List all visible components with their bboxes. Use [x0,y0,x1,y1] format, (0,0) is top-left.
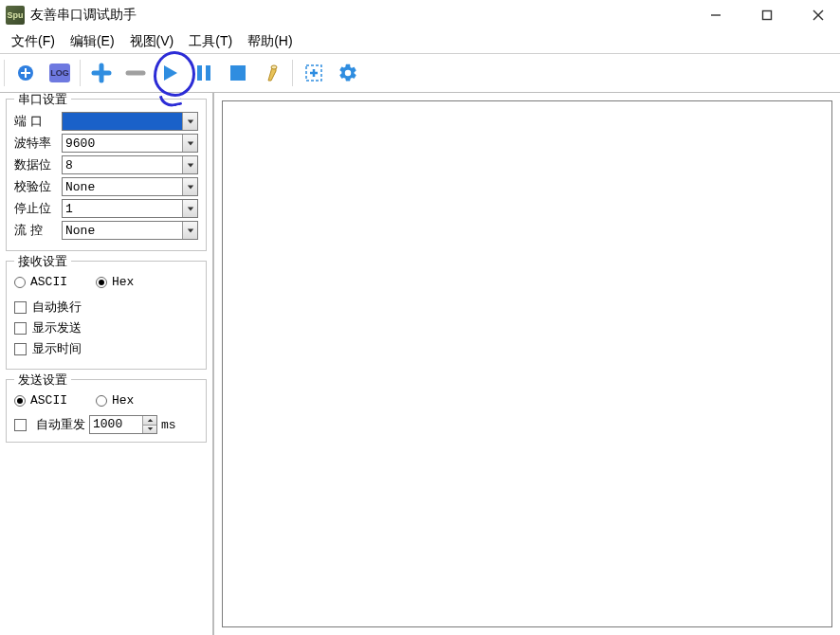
play-icon[interactable] [155,59,184,87]
group-legend: 发送设置 [14,372,71,389]
pause-icon[interactable] [190,59,218,87]
label-flow: 流 控 [14,222,62,239]
check-show-time[interactable]: 显示时间 [14,340,198,357]
svg-rect-10 [230,65,246,81]
radio-recv-hex[interactable]: Hex [96,275,134,289]
check-show-send[interactable]: 显示发送 [14,319,198,336]
svg-rect-1 [763,11,772,20]
svg-marker-15 [187,163,192,167]
chevron-down-icon [182,178,197,195]
radio-label: ASCII [30,393,67,408]
combo-value: None [65,180,95,194]
radio-icon [14,395,26,407]
checkbox-icon [14,343,27,355]
chevron-down-icon [182,222,197,239]
label-parity: 校验位 [14,178,62,195]
close-button[interactable] [806,3,831,27]
svg-marker-18 [187,228,192,232]
label-baud: 波特率 [14,135,62,152]
toolbar-separator [292,60,294,86]
group-port-settings: 串口设置 端 口 波特率 9600 数据位 8 [6,99,207,251]
combo-flow[interactable]: None [62,221,198,240]
combo-value: 9600 [65,136,95,151]
new-window-icon[interactable] [300,59,328,87]
svg-marker-19 [147,419,153,422]
group-legend: 接收设置 [14,253,71,270]
label-databits: 数据位 [14,156,62,173]
combo-value: None [65,224,95,238]
menu-bar: 文件(F) 编辑(E) 视图(V) 工具(T) 帮助(H) [0,30,840,53]
chevron-down-icon [182,156,197,173]
combo-parity[interactable]: None [62,177,198,196]
combo-port[interactable] [62,112,198,131]
checkbox-icon [14,419,27,431]
spin-up-icon[interactable] [143,416,156,426]
menu-help[interactable]: 帮助(H) [240,31,300,52]
right-panel [213,93,840,635]
label-port: 端 口 [14,113,62,130]
radio-label: Hex [112,275,134,289]
window-title: 友善串口调试助手 [30,7,137,24]
combo-value: 8 [65,158,73,172]
combo-baud[interactable]: 9600 [62,134,198,153]
combo-stopbits[interactable]: 1 [62,199,198,218]
radio-label: ASCII [30,275,67,289]
chevron-down-icon [182,135,197,152]
svg-marker-16 [187,185,192,189]
minus-icon[interactable] [121,59,150,87]
toolbar-separator [80,60,82,86]
chevron-down-icon [182,113,197,130]
svg-point-11 [271,65,277,69]
svg-marker-14 [187,141,192,145]
combo-value: 1 [65,202,73,216]
combo-databits[interactable]: 8 [62,155,198,174]
svg-marker-20 [147,427,153,430]
svg-marker-17 [187,207,192,210]
menu-view[interactable]: 视图(V) [122,31,182,52]
group-recv-settings: 接收设置 ASCII Hex 自动换行 显示发送 [6,261,207,370]
group-legend: 串口设置 [14,93,71,108]
checkbox-icon [14,301,27,314]
log-icon[interactable]: LOG [46,59,74,87]
clear-icon[interactable] [258,59,286,87]
spinner-interval[interactable]: 1000 [89,415,157,434]
label-stopbits: 停止位 [14,200,62,217]
radio-icon [96,277,107,288]
check-auto-wrap[interactable]: 自动换行 [14,299,198,316]
maximize-button[interactable] [755,3,779,27]
spin-down-icon[interactable] [143,426,156,434]
group-send-settings: 发送设置 ASCII Hex 自动重发 1000 [6,379,207,443]
title-bar: Spu 友善串口调试助手 [0,0,840,30]
menu-tools[interactable]: 工具(T) [181,31,240,52]
check-auto-resend[interactable]: 自动重发 [36,416,85,433]
radio-icon [96,395,107,407]
svg-marker-7 [164,65,177,81]
output-textarea[interactable] [222,100,832,627]
svg-rect-8 [197,65,202,81]
settings-icon[interactable] [334,59,362,87]
toolbar: LOG [0,53,840,93]
svg-rect-9 [206,65,210,81]
checkbox-icon [14,322,27,335]
svg-marker-13 [187,119,192,123]
unit-label: ms [161,418,176,432]
add-port-icon[interactable] [11,59,40,87]
toolbar-separator [4,60,6,86]
radio-send-hex[interactable]: Hex [96,393,134,408]
menu-file[interactable]: 文件(F) [4,31,63,52]
minimize-button[interactable] [703,3,728,27]
svg-text:LOG: LOG [50,68,69,78]
radio-label: Hex [112,393,134,408]
checkbox-label: 显示发送 [32,319,82,336]
chevron-down-icon [182,200,197,217]
plus-icon[interactable] [87,59,116,87]
checkbox-label: 显示时间 [32,340,82,357]
radio-recv-ascii[interactable]: ASCII [14,275,67,289]
checkbox-label: 自动换行 [32,299,82,316]
radio-icon [14,277,26,288]
radio-send-ascii[interactable]: ASCII [14,393,67,408]
menu-edit[interactable]: 编辑(E) [63,31,122,52]
app-icon: Spu [6,6,25,25]
spinner-value: 1000 [90,416,142,433]
stop-icon[interactable] [224,59,252,87]
